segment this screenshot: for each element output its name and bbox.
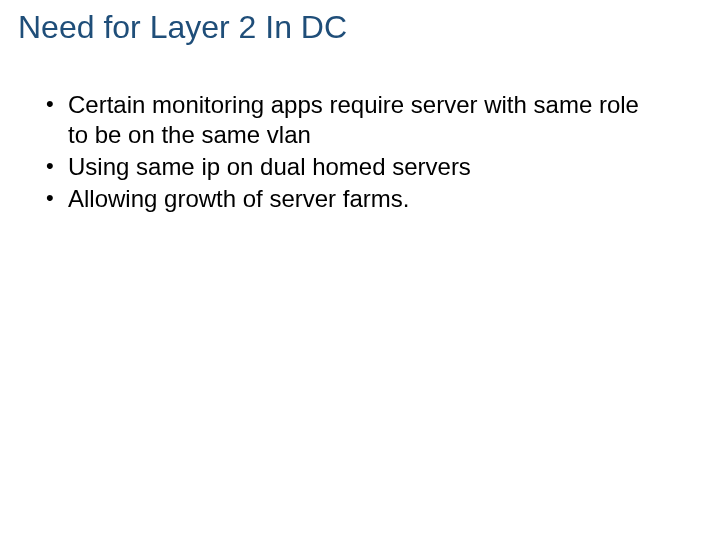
list-item: Using same ip on dual homed servers (40, 152, 660, 182)
bullet-list: Certain monitoring apps require server w… (40, 90, 660, 214)
slide: Need for Layer 2 In DC Certain monitorin… (0, 0, 720, 540)
slide-body: Certain monitoring apps require server w… (40, 90, 660, 216)
slide-title: Need for Layer 2 In DC (18, 8, 700, 46)
list-item: Allowing growth of server farms. (40, 184, 660, 214)
list-item: Certain monitoring apps require server w… (40, 90, 660, 150)
